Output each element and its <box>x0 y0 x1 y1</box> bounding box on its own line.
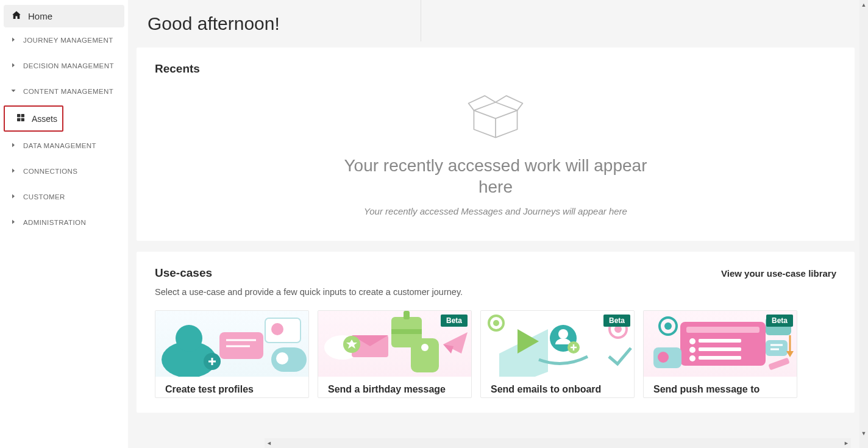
nav-section-administration[interactable]: ADMINISTRATION <box>4 210 124 235</box>
nav-section-journey-management[interactable]: JOURNEY MANAGEMENT <box>4 27 124 53</box>
nav-section-content-management[interactable]: CONTENT MANAGEMENT <box>4 79 124 104</box>
svg-rect-46 <box>699 347 741 351</box>
nav-section-connections[interactable]: CONNECTIONS <box>4 158 124 184</box>
svg-rect-3 <box>21 118 24 121</box>
beta-badge: Beta <box>766 315 793 327</box>
svg-marker-58 <box>786 351 794 357</box>
nav-section-label: ADMINISTRATION <box>23 219 86 226</box>
svg-point-13 <box>271 323 283 335</box>
nav-section-label: CUSTOMER <box>23 193 65 201</box>
usecases-card: Use-cases View your use-case library Sel… <box>137 252 855 413</box>
svg-point-5 <box>176 325 202 352</box>
nav-section-label: CONNECTIONS <box>23 168 77 175</box>
svg-point-45 <box>689 347 695 353</box>
page-scrollbar[interactable]: ▲ ▼ <box>859 0 868 448</box>
svg-point-25 <box>421 344 429 351</box>
chevron-right-icon <box>10 36 17 44</box>
beta-badge: Beta <box>603 315 630 327</box>
main-content: Good afternoon! Recents Your recently ac… <box>128 0 859 448</box>
scroll-left-icon[interactable]: ◄ <box>266 440 272 446</box>
usecases-description: Select a use-case and provide a few quic… <box>155 287 836 297</box>
svg-rect-44 <box>699 339 741 343</box>
svg-rect-2 <box>17 118 20 121</box>
svg-rect-42 <box>686 327 760 333</box>
nav-section-customer[interactable]: CUSTOMER <box>4 184 124 210</box>
nav-home[interactable]: Home <box>4 5 124 27</box>
svg-rect-1 <box>21 114 24 117</box>
nav-home-label: Home <box>28 11 52 21</box>
tutorial-highlight: Assets <box>4 105 63 132</box>
chevron-right-icon <box>10 141 17 150</box>
svg-point-40 <box>664 322 672 330</box>
usecase-illustration: Beta <box>481 311 634 377</box>
usecases-title: Use-cases <box>155 266 212 280</box>
svg-marker-26 <box>443 332 468 354</box>
svg-point-50 <box>658 352 669 363</box>
scroll-right-icon[interactable]: ► <box>844 440 849 446</box>
assets-icon <box>16 113 26 124</box>
sidebar: Home JOURNEY MANAGEMENT DECISION MANAGEM… <box>0 0 128 448</box>
nav-item-label: Assets <box>32 114 57 124</box>
usecase-card-onboard-emails[interactable]: Beta Send emails to onboard <box>480 310 635 398</box>
svg-point-29 <box>493 320 499 326</box>
view-usecase-library-link[interactable]: View your use-case library <box>721 268 836 279</box>
svg-rect-22 <box>404 311 410 319</box>
recents-title: Recents <box>155 62 836 76</box>
svg-rect-59 <box>768 357 789 370</box>
chevron-down-icon <box>10 87 17 96</box>
chevron-right-icon <box>10 167 17 176</box>
recents-card: Recents Your recently accessed work will… <box>137 48 855 241</box>
chevron-right-icon <box>10 62 17 70</box>
nav-section-data-management[interactable]: DATA MANAGEMENT <box>4 133 124 158</box>
chevron-right-icon <box>10 218 17 227</box>
svg-rect-48 <box>699 356 741 360</box>
svg-point-43 <box>689 338 695 344</box>
usecases-grid: Create test profiles <box>155 310 836 398</box>
svg-point-47 <box>689 355 695 361</box>
chevron-right-icon <box>10 193 17 201</box>
recents-empty-heading: Your recently accessed work will appear … <box>337 155 654 197</box>
usecase-illustration <box>155 311 308 377</box>
usecase-card-birthday-message[interactable]: Beta Send a birthday message <box>318 310 472 398</box>
nav-section-label: DATA MANAGEMENT <box>23 142 96 149</box>
nav-section-label: DECISION MANAGEMENT <box>23 62 114 69</box>
usecase-card-title: Send a birthday message <box>318 377 471 397</box>
usecase-illustration: Beta <box>644 311 797 377</box>
svg-rect-24 <box>411 338 439 372</box>
scroll-up-icon[interactable]: ▲ <box>859 0 868 10</box>
nav-section-decision-management[interactable]: DECISION MANAGEMENT <box>4 53 124 79</box>
home-icon <box>11 10 22 23</box>
usecase-illustration: Beta <box>318 311 471 377</box>
svg-point-33 <box>558 329 568 339</box>
usecase-card-title: Create test profiles <box>155 377 308 397</box>
nav-item-assets[interactable]: Assets <box>5 107 62 130</box>
open-box-icon <box>462 91 529 143</box>
svg-rect-0 <box>17 114 20 117</box>
usecase-card-create-test-profiles[interactable]: Create test profiles <box>155 310 309 398</box>
nav-section-label: CONTENT MANAGEMENT <box>23 88 113 95</box>
beta-badge: Beta <box>441 315 468 327</box>
recents-empty-state: Your recently accessed work will appear … <box>155 85 836 216</box>
scroll-down-icon[interactable]: ▼ <box>859 428 868 438</box>
usecase-card-title: Send push message to <box>644 377 797 397</box>
usecase-card-push-message[interactable]: Beta Send push message to <box>643 310 797 398</box>
nav-section-label: JOURNEY MANAGEMENT <box>23 37 113 44</box>
svg-rect-55 <box>766 340 788 356</box>
horizontal-scrollbar[interactable]: ◄ ► <box>265 438 851 448</box>
svg-point-15 <box>276 352 288 364</box>
svg-rect-23 <box>391 329 422 334</box>
page-greeting: Good afternoon! <box>137 0 855 48</box>
usecase-card-title: Send emails to onboard <box>481 377 634 397</box>
recents-empty-subtext: Your recently accessed Messages and Jour… <box>364 206 627 216</box>
